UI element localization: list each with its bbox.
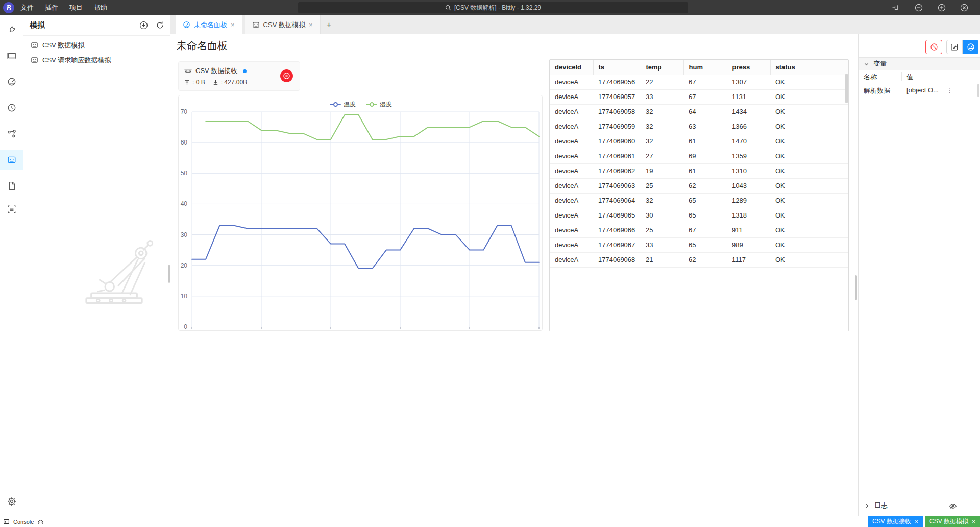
document-icon (7, 181, 16, 190)
sidebar-item-mock[interactable] (0, 150, 23, 170)
sidebar-item-document[interactable] (0, 176, 23, 196)
tab-unnamed-panel[interactable]: 未命名面板 × (176, 15, 242, 34)
table-row[interactable]: deviceA177406906432651289OK (550, 193, 848, 208)
stop-button[interactable] (280, 69, 293, 82)
sidebar-item-dashboard[interactable] (0, 71, 23, 92)
table-row[interactable]: deviceA17740690662567911OK (550, 223, 848, 237)
table-row[interactable]: deviceA17740690673365989OK (550, 237, 848, 252)
column-header[interactable]: deviceId (550, 60, 593, 75)
close-icon[interactable] (960, 4, 968, 12)
menu-file[interactable]: 文件 (20, 3, 34, 12)
session-chip-csv-receive[interactable]: CSV 数据接收 × (868, 516, 923, 527)
menu-plugins[interactable]: 插件 (45, 3, 58, 12)
plus-circle-icon[interactable] (139, 21, 148, 30)
pin-icon[interactable] (892, 4, 900, 12)
maximize-icon[interactable] (938, 4, 946, 12)
sidebar-item-flow[interactable] (0, 124, 23, 144)
sidebar-item-timer[interactable] (0, 98, 23, 118)
chevron-down-icon (864, 61, 869, 67)
widget-title: CSV 数据接收 (195, 66, 237, 76)
data-table-card: deviceIdtstemphumpressstatus deviceA1774… (549, 59, 849, 331)
table-row[interactable]: deviceA177406905832641434OK (550, 104, 848, 119)
variables-section-header[interactable]: 变量 (859, 57, 980, 70)
session-chip-csv-mock[interactable]: CSV 数据模拟 × (925, 516, 980, 527)
column-header[interactable]: press (727, 60, 770, 75)
console-label[interactable]: Console (13, 519, 34, 525)
dashboard-icon (183, 21, 190, 29)
close-icon[interactable]: × (309, 21, 313, 29)
table-row[interactable]: deviceA177406906325621043OK (550, 178, 848, 193)
run-mode-button[interactable] (963, 40, 978, 54)
explorer-scrollbar[interactable] (168, 265, 170, 283)
menu-project[interactable]: 项目 (69, 3, 83, 12)
app-logo: B (3, 2, 14, 13)
eye-off-icon[interactable] (949, 502, 957, 510)
legend-marker (366, 104, 377, 105)
close-icon[interactable]: × (972, 518, 975, 525)
legend-item-temperature[interactable]: 温度 (330, 100, 356, 109)
sidebar-item-connection[interactable] (0, 19, 23, 40)
sidebar-item-settings[interactable] (0, 491, 23, 512)
svg-text:30: 30 (181, 231, 188, 238)
svg-text:60: 60 (181, 139, 188, 146)
close-icon[interactable]: × (915, 518, 918, 525)
logs-section-header[interactable]: 日志 (859, 498, 980, 513)
headset-icon[interactable] (37, 518, 44, 525)
panel-editor: 未命名面板 CSV 数据接收 : 0 B : 427.00B (170, 34, 858, 516)
variables-column-headers: 名称 值 (859, 70, 980, 83)
tree-item-csv-reqres-mock[interactable]: CSV 请求响应数据模拟 (23, 53, 170, 67)
legend-item-humidity[interactable]: 湿度 (366, 100, 392, 109)
table-row[interactable]: deviceA177406906032611470OK (550, 134, 848, 149)
menu-help[interactable]: 帮助 (94, 3, 107, 12)
table-row[interactable]: deviceA177406906127691359OK (550, 149, 848, 163)
disable-button[interactable] (925, 40, 942, 54)
refresh-icon[interactable] (156, 21, 164, 30)
rx-bytes: : 427.00B (221, 79, 247, 86)
session-chips: CSV 数据接收 × CSV 数据模拟 × (868, 516, 980, 527)
more-icon[interactable]: ⋮ (946, 86, 953, 94)
right-panel: 变量 名称 值 解析数据 [object O... ⋮ 日志 (858, 34, 980, 516)
table-row[interactable]: deviceA177406906219611310OK (550, 163, 848, 178)
column-header[interactable]: ts (593, 60, 641, 75)
table-row[interactable]: deviceA177406905733671131OK (550, 89, 848, 104)
global-search[interactable]: [CSV 数据解析] - Bittly - 1.32.29 (298, 2, 688, 13)
close-icon[interactable]: × (231, 21, 235, 29)
svg-text:50: 50 (181, 170, 188, 177)
column-header[interactable]: status (770, 60, 848, 75)
stop-circle-icon (283, 72, 290, 80)
titlebar: B 文件 插件 项目 帮助 [CSV 数据解析] - Bittly - 1.32… (0, 0, 980, 15)
sidebar-item-panel[interactable] (0, 45, 23, 66)
line-chart-card: 温度 湿度 010203040506070 (178, 95, 543, 331)
legend-marker (330, 104, 341, 105)
ban-icon (930, 43, 938, 51)
sidebar-item-scan[interactable] (0, 199, 23, 220)
variable-row[interactable]: 解析数据 [object O... ⋮ (859, 83, 980, 98)
search-text: [CSV 数据解析] - Bittly - 1.32.29 (454, 4, 541, 12)
minimize-icon[interactable] (915, 4, 923, 12)
table-row[interactable]: deviceA177406905932631366OK (550, 119, 848, 134)
tree-item-csv-mock[interactable]: CSV 数据模拟 (23, 38, 170, 53)
activity-bar (0, 15, 23, 516)
variables-scrollbar[interactable] (977, 84, 979, 97)
app-window: B 文件 插件 项目 帮助 [CSV 数据解析] - Bittly - 1.32… (0, 0, 980, 527)
column-header[interactable]: hum (683, 60, 727, 75)
svg-text:70: 70 (181, 108, 188, 115)
robot-arm-watermark (62, 234, 167, 309)
table-row[interactable]: deviceA177406906530651318OK (550, 208, 848, 223)
column-header[interactable]: temp (641, 60, 683, 75)
table-scrollbar[interactable] (845, 74, 848, 103)
tab-bar: 未命名面板 × CSV 数据模拟 × + (170, 15, 980, 34)
tab-csv-mock[interactable]: CSV 数据模拟 × (245, 15, 321, 34)
svg-text:40: 40 (181, 200, 188, 207)
csv-receive-widget: CSV 数据接收 : 0 B : 427.00B (178, 61, 300, 91)
panel-icon (7, 51, 16, 60)
svg-text:20: 20 (181, 262, 188, 269)
tab-label: CSV 数据模拟 (263, 20, 305, 30)
explorer-title: 模拟 (30, 20, 139, 30)
new-tab-button[interactable]: + (321, 15, 338, 34)
table-row[interactable]: deviceA177406905622671307OK (550, 75, 848, 89)
serial-connector-icon (184, 68, 192, 74)
edit-mode-button[interactable] (946, 40, 963, 54)
table-row[interactable]: deviceA177406906821621117OK (550, 252, 848, 267)
main-scrollbar[interactable] (855, 275, 857, 300)
